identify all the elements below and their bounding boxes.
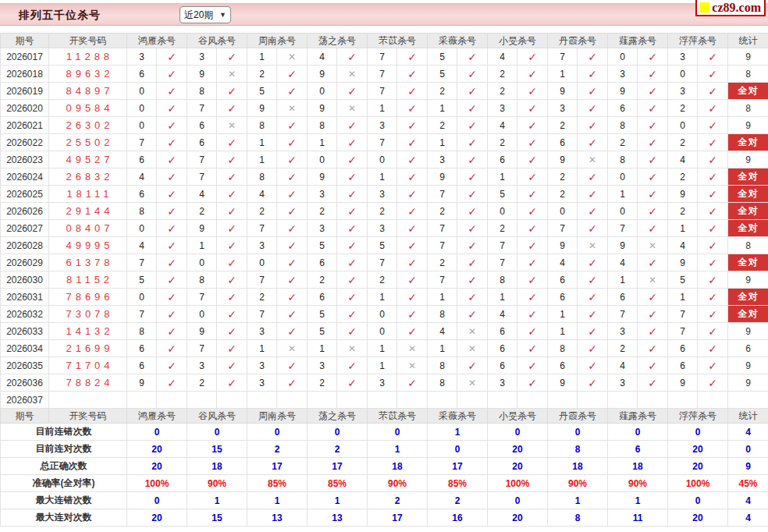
check-mark: ✓ bbox=[167, 291, 176, 303]
kill-digit-cell: 8 bbox=[428, 374, 457, 392]
kill-digit-cell: 1 bbox=[668, 289, 698, 306]
period-cell: 2026028 bbox=[1, 237, 49, 254]
check-icon: ✓ bbox=[217, 374, 247, 392]
check-mark: ✓ bbox=[528, 325, 537, 338]
summary-value-cell: 0 bbox=[608, 424, 668, 441]
kill-digit-cell: 3 bbox=[127, 48, 157, 66]
kill-digit-cell: 3 bbox=[368, 186, 397, 203]
col-header-killer-4: 芣苡杀号 bbox=[368, 409, 428, 424]
check-icon: ✓ bbox=[638, 203, 668, 220]
kill-digit-cell: 6 bbox=[127, 151, 157, 168]
check-mark: ✓ bbox=[708, 154, 717, 166]
check-icon: ✓ bbox=[638, 48, 668, 66]
check-icon: ✓ bbox=[337, 168, 368, 186]
check-mark: ✓ bbox=[227, 85, 236, 98]
check-mark: ✓ bbox=[528, 119, 537, 132]
stat-cell: 全对 bbox=[728, 186, 768, 203]
check-mark: ✓ bbox=[287, 325, 297, 338]
kill-digit-cell: 7 bbox=[187, 340, 217, 357]
check-mark: ✓ bbox=[167, 51, 176, 63]
check-mark: ✓ bbox=[468, 188, 477, 200]
check-icon: ✓ bbox=[517, 48, 548, 66]
check-mark: ✓ bbox=[648, 102, 657, 115]
kill-digit-cell: 0 bbox=[368, 306, 397, 323]
check-mark: ✓ bbox=[347, 308, 357, 321]
check-icon: ✓ bbox=[578, 117, 608, 134]
kill-digit-cell: 9 bbox=[548, 83, 578, 100]
kill-digit-cell: 0 bbox=[187, 306, 217, 323]
check-icon: ✓ bbox=[397, 254, 428, 271]
stat-cell: 9 bbox=[728, 48, 768, 66]
check-mark: ✓ bbox=[708, 308, 717, 321]
summary-value-cell: 20 bbox=[668, 458, 728, 475]
check-mark: ✓ bbox=[227, 377, 236, 389]
site-logo[interactable]: cz89.com bbox=[695, 0, 766, 16]
check-icon: ✓ bbox=[578, 357, 608, 374]
check-icon: ✓ bbox=[157, 203, 187, 220]
kill-digit-cell: 6 bbox=[488, 357, 517, 374]
draw-number-cell: 61378 bbox=[49, 254, 127, 271]
kill-digit-cell: 8 bbox=[428, 357, 457, 374]
check-mark: ✓ bbox=[468, 102, 477, 115]
check-icon: ✓ bbox=[337, 237, 368, 254]
summary-value-cell: 0 bbox=[488, 492, 548, 509]
check-icon: ✓ bbox=[277, 323, 308, 340]
check-mark: ✓ bbox=[588, 257, 597, 269]
kill-digit-cell: 5 bbox=[428, 48, 457, 66]
check-icon: ✓ bbox=[157, 254, 187, 271]
check-icon: ✓ bbox=[217, 48, 247, 66]
check-mark: ✓ bbox=[407, 68, 417, 80]
kill-digit-cell: 8 bbox=[488, 271, 517, 289]
current-kill-digit: 7 bbox=[127, 392, 157, 409]
check-icon: ✓ bbox=[217, 306, 247, 323]
kill-digit-cell: 3 bbox=[247, 323, 277, 340]
check-mark: ✓ bbox=[588, 325, 597, 338]
check-icon: ✓ bbox=[698, 83, 728, 100]
check-mark: ✓ bbox=[708, 137, 717, 149]
check-mark: ✓ bbox=[588, 68, 597, 80]
check-icon: ✓ bbox=[397, 237, 428, 254]
stat-cell: 8 bbox=[728, 66, 768, 83]
kill-digit-cell: 8 bbox=[247, 168, 277, 186]
check-mark: ✓ bbox=[407, 257, 417, 269]
check-mark: ✓ bbox=[708, 85, 717, 98]
draw-number-cell: 14132 bbox=[49, 323, 127, 340]
kill-digit-cell: 9 bbox=[608, 237, 638, 254]
kill-digit-cell: 3 bbox=[608, 323, 638, 340]
check-mark: ✓ bbox=[588, 119, 597, 132]
x-mark: ✕ bbox=[468, 326, 476, 337]
check-mark: ✓ bbox=[227, 308, 236, 321]
check-icon: ✓ bbox=[337, 306, 368, 323]
summary-value-cell: 85% bbox=[308, 475, 368, 492]
check-icon: ✓ bbox=[397, 271, 428, 289]
kill-digit-cell: 1 bbox=[488, 168, 517, 186]
kill-digit-cell: 9 bbox=[548, 374, 578, 392]
kill-digit-cell: 7 bbox=[187, 289, 217, 306]
check-mark: ✓ bbox=[347, 360, 357, 372]
check-icon: ✓ bbox=[517, 340, 548, 357]
kill-digit-cell: 0 bbox=[368, 323, 397, 340]
check-icon: ✓ bbox=[397, 134, 428, 151]
summary-value-cell: 20 bbox=[668, 441, 728, 458]
check-icon: ✓ bbox=[157, 117, 187, 134]
check-mark: ✓ bbox=[227, 239, 236, 252]
check-mark: ✓ bbox=[167, 171, 176, 183]
summary-row-label: 最大连对次数 bbox=[1, 509, 127, 527]
check-icon: ✓ bbox=[337, 134, 368, 151]
check-mark: ✓ bbox=[588, 51, 597, 63]
current-kill-digit: 9 bbox=[548, 392, 578, 409]
stat-cell: 全对 bbox=[728, 289, 768, 306]
check-mark: ✓ bbox=[347, 154, 357, 166]
cross-icon: ✕ bbox=[457, 323, 488, 340]
summary-value-cell: 0 bbox=[668, 424, 728, 441]
check-icon: ✓ bbox=[517, 83, 548, 100]
stat-cell: 全对 bbox=[728, 168, 768, 186]
kill-digit-cell: 6 bbox=[488, 151, 517, 168]
kill-digit-cell: 4 bbox=[488, 306, 517, 323]
check-icon: ✓ bbox=[517, 289, 548, 306]
check-mark: ✓ bbox=[167, 377, 176, 389]
kill-digit-cell: 6 bbox=[127, 340, 157, 357]
check-mark: ✓ bbox=[528, 51, 537, 63]
range-select[interactable]: 近20期 ▼ bbox=[180, 6, 231, 23]
check-mark: ✓ bbox=[287, 205, 297, 218]
